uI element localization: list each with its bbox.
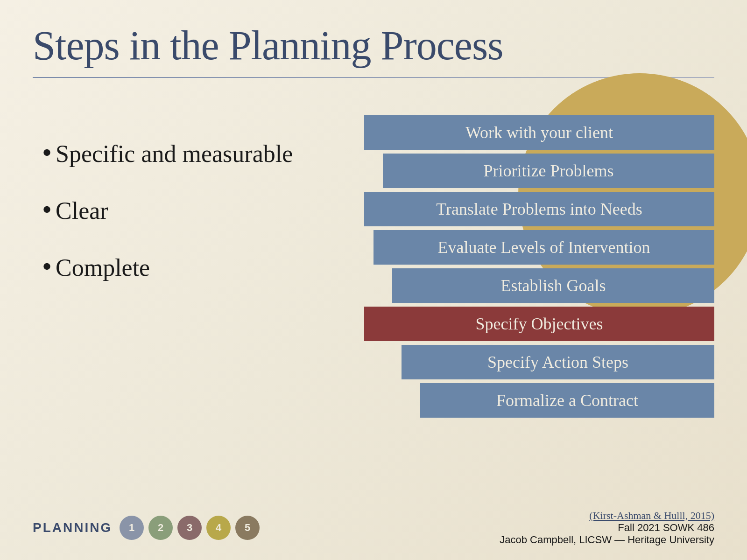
content-area: • Specific and measurable • Clear • Comp… — [33, 101, 714, 418]
step-8: Formalize a Contract — [420, 383, 714, 418]
bullet-dot-3: • — [42, 252, 52, 280]
step-1-label: Work with your client — [465, 123, 613, 142]
bullet-dot-2: • — [42, 196, 52, 224]
step-6-highlight: Specify Objectives — [364, 307, 714, 341]
bullet-3-text: Complete — [56, 254, 150, 281]
bullet-3: • Complete — [42, 252, 350, 281]
right-panel: Work with your client Prioritize Problem… — [350, 101, 714, 418]
steps-container: Work with your client Prioritize Problem… — [364, 101, 714, 418]
bullet-1-text: Specific and measurable — [56, 140, 293, 168]
step-7: Specify Action Steps — [402, 345, 714, 379]
page-dots: 1 2 3 4 5 — [120, 516, 260, 540]
footer-left: PLANNING 1 2 3 4 5 — [33, 516, 260, 540]
page-dot-1[interactable]: 1 — [120, 516, 144, 540]
footer: PLANNING 1 2 3 4 5 (Kirst-Ashman & Hulll… — [0, 510, 747, 546]
footer-right: (Kirst-Ashman & Hulll, 2015) Fall 2021 S… — [500, 510, 714, 546]
page-dot-2[interactable]: 2 — [148, 516, 173, 540]
step-1: Work with your client — [364, 115, 714, 150]
step-3-label: Translate Problems into Needs — [436, 199, 642, 219]
left-panel: • Specific and measurable • Clear • Comp… — [33, 101, 350, 309]
step-4-label: Evaluate Levels of Intervention — [438, 238, 650, 257]
bullet-dot-1: • — [42, 139, 52, 167]
citation-link[interactable]: (Kirst-Ashman & Hulll, 2015) — [500, 510, 714, 522]
step-5-label: Establish Goals — [501, 276, 606, 295]
step-2-label: Prioritize Problems — [484, 161, 614, 181]
planning-label: PLANNING — [33, 520, 112, 535]
bullet-2: • Clear — [42, 196, 350, 224]
page-dot-5[interactable]: 5 — [235, 516, 260, 540]
step-4: Evaluate Levels of Intervention — [374, 230, 714, 265]
footer-course: Fall 2021 SOWK 486 — [618, 522, 714, 533]
slide-title: Steps in the Planning Process — [33, 23, 714, 69]
step-7-label: Specify Action Steps — [487, 352, 628, 372]
page-dot-3[interactable]: 3 — [177, 516, 202, 540]
bullet-1: • Specific and measurable — [42, 139, 350, 168]
footer-instructor: Jacob Campbell, LICSW — Heritage Univers… — [500, 534, 714, 546]
page-dot-4[interactable]: 4 — [206, 516, 231, 540]
step-5: Establish Goals — [392, 268, 714, 303]
step-2: Prioritize Problems — [383, 154, 714, 188]
bullet-2-text: Clear — [56, 197, 108, 224]
step-6-label: Specify Objectives — [476, 314, 603, 334]
step-8-label: Formalize a Contract — [496, 391, 638, 410]
step-3: Translate Problems into Needs — [364, 192, 714, 226]
slide: Steps in the Planning Process • Specific… — [0, 0, 747, 560]
